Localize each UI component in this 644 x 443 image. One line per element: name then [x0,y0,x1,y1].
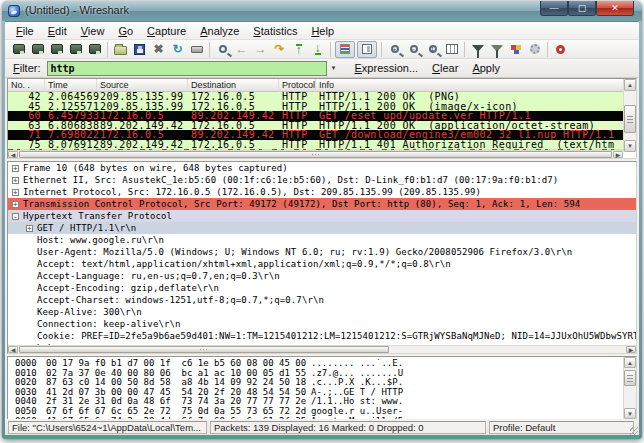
column-header-source[interactable]: Source [97,79,188,92]
capture-restart-icon[interactable] [86,41,103,58]
auto-scroll-toggle[interactable] [357,41,377,58]
help-icon[interactable] [552,41,569,58]
scroll-left-icon[interactable]: ◀ [8,346,18,353]
detail-line-http[interactable]: -Hypertext Transfer Protocol [8,210,636,222]
toolbar-separator [547,42,548,57]
save-file-icon[interactable] [131,41,148,58]
title-bar[interactable]: (Untitled) - Wireshark — ▢ ✕ [2,1,642,21]
detail-line-get[interactable]: +GET / HTTP/1.1\r\n [8,222,636,234]
filter-label[interactable]: Filter: [13,62,41,74]
reload-icon[interactable]: ↻ [169,41,186,58]
zoom-out-icon[interactable]: − [405,41,422,58]
hex-vscrollbar[interactable]: ▲ ▼ [623,357,636,419]
menu-capture[interactable]: Capture [140,22,193,40]
menu-edit[interactable]: Edit [41,22,74,40]
packet-details-pane: +Frame 10 (648 bytes on wire, 648 bytes … [7,161,637,354]
go-to-top-icon[interactable]: ↑ [290,41,307,58]
wireshark-logo-icon [8,5,20,17]
hscroll-thumb[interactable] [19,151,612,158]
go-forward-icon[interactable]: → [252,41,269,58]
expander-icon[interactable]: + [12,201,19,208]
detail-line-user-agent[interactable]: User-Agent: Mozilla/5.0 (Windows; U; Win… [8,246,636,258]
scroll-up-icon[interactable]: ▲ [624,357,636,368]
apply-button[interactable]: Apply [472,62,500,74]
detail-line-tcp[interactable]: +Transmission Control Protocol, Src Port… [8,198,636,210]
expander-icon[interactable]: + [12,189,19,196]
detail-line-connection[interactable]: Connection: keep-alive\r\n [8,318,636,330]
menu-statistics[interactable]: Statistics [246,22,304,40]
colorize-toggle[interactable] [335,41,355,58]
vscroll-thumb[interactable] [624,370,636,386]
filter-dropdown-icon[interactable]: ▼ [327,61,341,76]
close-button[interactable]: ✕ [596,1,634,16]
vscroll-thumb[interactable] [624,105,636,133]
packet-row[interactable]: 758.07691289.202.149.42172.16.0.5HTTPHTT… [8,140,623,150]
detail-line-accept-encoding[interactable]: Accept-Encoding: gzip,deflate\r\n [8,282,636,294]
menu-view[interactable]: View [74,22,112,40]
filter-input[interactable] [47,61,327,76]
packet-list-hscrollbar[interactable]: ◀ ▶ [8,150,623,158]
open-file-icon[interactable] [112,41,129,58]
go-back-icon[interactable]: ← [233,41,250,58]
menu-file[interactable]: File [9,22,41,40]
expander-icon[interactable]: + [12,177,19,184]
clear-button[interactable]: Clear [432,62,458,74]
packet-list-vscrollbar[interactable]: ▲ ▼ [623,79,636,152]
menu-go[interactable]: Go [111,22,140,40]
list-interfaces-icon[interactable] [10,41,27,58]
zoom-100-icon[interactable]: 1 [424,41,441,58]
column-header-no[interactable]: No. . [8,79,45,92]
capture-options-icon[interactable] [29,41,46,58]
menu-analyze[interactable]: Analyze [193,22,246,40]
menu-help[interactable]: Help [304,22,341,40]
wireshark-window: (Untitled) - Wireshark — ▢ ✕ File Edit V… [2,1,642,439]
screen: (Untitled) - Wireshark — ▢ ✕ File Edit V… [0,0,644,443]
close-file-icon[interactable]: ✖ [150,41,167,58]
print-icon[interactable] [188,41,205,58]
column-header-destination[interactable]: Destination [188,79,279,92]
details-hscrollbar[interactable]: ◀ ▶ [8,345,636,353]
capture-filters-icon[interactable] [469,41,486,58]
preferences-icon[interactable] [526,41,543,58]
minimize-button[interactable]: — [540,1,568,16]
toolbar-separator [209,42,210,57]
scroll-down-icon[interactable]: ▼ [624,408,636,419]
resize-columns-icon[interactable] [443,41,460,58]
expander-icon[interactable]: + [26,225,33,232]
maximize-button[interactable]: ▢ [568,1,596,16]
toolbar-separator [464,42,465,57]
detail-line-ethernet[interactable]: +Ethernet II, Src: AsustekC_1e:b5:60 (00… [8,174,636,186]
packet-list-pane: No. . Time Source Destination Protocol I… [7,78,637,159]
scroll-right-icon[interactable]: ▶ [626,346,636,353]
detail-line-cookie[interactable]: Cookie: PREF=ID=2fe5a9b6ae59d401:NW=1:TM… [8,330,636,342]
expression-button[interactable]: Expression... [355,62,419,74]
status-packets: Packets: 139 Displayed: 16 Marked: 0 Dro… [210,421,486,434]
display-filters-icon[interactable] [488,41,505,58]
capture-stop-icon[interactable] [67,41,84,58]
window-controls: — ▢ ✕ [540,1,634,16]
hscroll-thumb[interactable] [19,346,389,353]
detail-line-ip[interactable]: +Internet Protocol, Src: 172.16.0.5 (172… [8,186,636,198]
detail-line-frame[interactable]: +Frame 10 (648 bytes on wire, 648 bytes … [8,162,636,174]
scroll-left-icon[interactable]: ◀ [8,151,18,158]
go-to-bottom-icon[interactable]: ↓ [309,41,326,58]
scroll-right-icon[interactable]: ▶ [613,151,623,158]
column-header-info[interactable]: Info [316,79,625,92]
go-to-packet-icon[interactable]: ↷ [271,41,288,58]
capture-start-icon[interactable] [48,41,65,58]
column-header-time[interactable]: Time [45,79,97,92]
detail-line-accept-language[interactable]: Accept-Language: ru,en-us;q=0.7,en;q=0.3… [8,270,636,282]
coloring-rules-icon[interactable] [507,41,524,58]
find-packet-icon[interactable] [214,41,231,58]
zoom-in-icon[interactable]: + [386,41,403,58]
scroll-down-icon[interactable]: ▼ [624,140,636,152]
scroll-up-icon[interactable]: ▲ [624,79,636,91]
column-header-protocol[interactable]: Protocol [279,79,316,92]
detail-line-host[interactable]: Host: www.google.ru\r\n [8,234,636,246]
expander-icon[interactable]: + [12,165,19,172]
detail-line-accept[interactable]: Accept: text/html,application/xhtml+xml,… [8,258,636,270]
detail-line-accept-charset[interactable]: Accept-Charset: windows-1251,utf-8;q=0.7… [8,294,636,306]
resize-grip[interactable] [630,427,638,435]
expander-icon[interactable]: - [12,213,19,220]
detail-line-keep-alive[interactable]: Keep-Alive: 300\r\n [8,306,636,318]
